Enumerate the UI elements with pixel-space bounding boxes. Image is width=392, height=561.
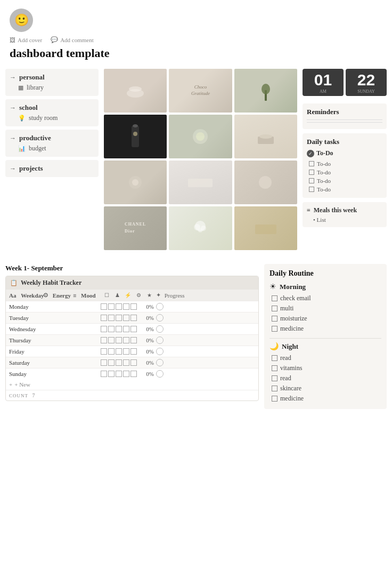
cb-1[interactable] — [101, 371, 107, 377]
cb-1[interactable] — [101, 326, 107, 332]
routine-item-read-1[interactable]: read — [270, 353, 381, 363]
arrow-icon: → — [10, 134, 16, 142]
routine-checkbox-1[interactable] — [272, 295, 277, 301]
routine-item-skincare[interactable]: skincare — [270, 383, 381, 394]
photo-grid: ChocoGratitude — [104, 69, 297, 250]
routine-item-vitamins[interactable]: vitamins — [270, 363, 381, 373]
image-icon: 🖼 — [10, 37, 15, 43]
cb-5[interactable] — [130, 371, 137, 377]
routine-item-check-email[interactable]: check email — [270, 293, 381, 303]
routine-item-moisturize[interactable]: moisturize — [270, 314, 381, 324]
task-item-4[interactable]: To-do — [307, 185, 382, 194]
routine-item-multi[interactable]: multi — [270, 303, 381, 314]
table-row: Friday 0% — [6, 346, 258, 357]
routine-item-medicine-night[interactable]: medicine — [270, 394, 381, 404]
col-progress: ✦ Progress — [156, 292, 182, 299]
routine-item-read-2[interactable]: read — [270, 373, 381, 383]
routine-checkbox-6[interactable] — [272, 365, 277, 371]
routine-checkbox-4[interactable] — [272, 326, 277, 332]
sidebar-item-productive[interactable]: → productive — [10, 133, 94, 143]
cb-5[interactable] — [130, 348, 137, 355]
routine-checkbox-2[interactable] — [272, 306, 277, 311]
task-group-header: ✓ To-Do — [307, 149, 382, 157]
progress-circle-monday — [156, 303, 164, 310]
routine-checkbox-7[interactable] — [272, 375, 277, 381]
photo-cell-5 — [169, 115, 232, 158]
cb-3[interactable] — [116, 348, 122, 355]
routine-checkbox-9[interactable] — [272, 396, 277, 402]
day-monday: Monday — [9, 303, 41, 310]
clock-day: SUNDAY — [348, 89, 385, 94]
cb-5[interactable] — [130, 315, 137, 321]
progress-circle-saturday — [156, 359, 164, 366]
cb-2[interactable] — [108, 359, 115, 366]
day-wednesday: Wednesday — [9, 326, 41, 332]
routine-checkbox-8[interactable] — [272, 386, 277, 391]
cb-1[interactable] — [101, 359, 107, 366]
day-sunday: Sunday — [9, 371, 41, 377]
add-comment-button[interactable]: 💬 Add comment — [51, 36, 94, 43]
progress-circle-wednesday — [156, 325, 164, 333]
cb-3[interactable] — [116, 371, 122, 377]
sidebar-item-school[interactable]: → school — [10, 102, 94, 113]
cb-1[interactable] — [101, 303, 107, 310]
header: 🙂 🖼 Add cover 💬 Add comment dashboard te… — [0, 0, 392, 65]
cb-1[interactable] — [101, 337, 107, 343]
cb-3[interactable] — [116, 326, 122, 332]
cb-3[interactable] — [116, 303, 122, 310]
routine-checkbox-3[interactable] — [272, 316, 277, 322]
cb-4[interactable] — [123, 359, 129, 366]
cb-1[interactable] — [101, 348, 107, 355]
task-checkbox-4[interactable] — [309, 187, 314, 192]
comment-icon: 💬 — [51, 36, 58, 43]
center-panel: ChocoGratitude — [104, 65, 297, 259]
cb-3[interactable] — [116, 315, 122, 321]
cb-4[interactable] — [123, 337, 129, 343]
arrow-icon: → — [10, 165, 16, 173]
cb-3[interactable] — [116, 359, 122, 366]
add-cover-button[interactable]: 🖼 Add cover — [10, 36, 42, 43]
routine-checkbox-5[interactable] — [272, 355, 277, 361]
table-row: Thursday 0% — [6, 334, 258, 346]
cb-4[interactable] — [123, 326, 129, 332]
cb-2[interactable] — [108, 303, 115, 310]
add-new-row-button[interactable]: + + New — [6, 379, 258, 390]
cb-4[interactable] — [123, 371, 129, 377]
cb-5[interactable] — [130, 359, 137, 366]
cb-2[interactable] — [108, 337, 115, 343]
cb-3[interactable] — [116, 337, 122, 343]
task-item-3[interactable]: To-do — [307, 177, 382, 185]
cb-4[interactable] — [123, 303, 129, 310]
cb-1[interactable] — [101, 315, 107, 321]
task-checkbox-2[interactable] — [309, 170, 314, 175]
sidebar-item-study-room[interactable]: 💡 study room — [10, 113, 94, 123]
sidebar-item-budget[interactable]: 📊 budget — [10, 143, 94, 154]
cb-2[interactable] — [108, 315, 115, 321]
routine-item-medicine-morning[interactable]: medicine — [270, 324, 381, 334]
sidebar-item-personal[interactable]: → personal — [10, 72, 94, 83]
day-tuesday: Tuesday — [9, 315, 41, 321]
task-checkbox-3[interactable] — [309, 178, 314, 183]
cb-5[interactable] — [130, 337, 137, 343]
routine-divider — [270, 338, 381, 339]
sidebar-item-library[interactable]: ▦ library — [10, 83, 94, 93]
day-thursday: Thursday — [9, 337, 41, 343]
svg-point-6 — [133, 132, 137, 136]
task-item-2[interactable]: To-do — [307, 168, 382, 177]
cb-5[interactable] — [130, 326, 137, 332]
cb-2[interactable] — [108, 326, 115, 332]
reminder-line-1 — [307, 119, 382, 120]
cb-2[interactable] — [108, 348, 115, 355]
sun-icon: ☀ — [270, 282, 276, 291]
task-checkbox-1[interactable] — [309, 161, 314, 166]
moon-icon: 🌙 — [270, 342, 279, 351]
task-item-1[interactable]: To-do — [307, 159, 382, 168]
cb-5[interactable] — [130, 303, 137, 310]
sidebar-item-projects[interactable]: → projects — [10, 163, 94, 174]
cb-4[interactable] — [123, 348, 129, 355]
cb-4[interactable] — [123, 315, 129, 321]
meals-list-item: List — [307, 217, 382, 223]
routine-widget: Daily Routine ☀ Morning check email mult… — [264, 264, 387, 409]
col-energy: ⊙ Energy — [43, 292, 71, 299]
cb-2[interactable] — [108, 371, 115, 377]
